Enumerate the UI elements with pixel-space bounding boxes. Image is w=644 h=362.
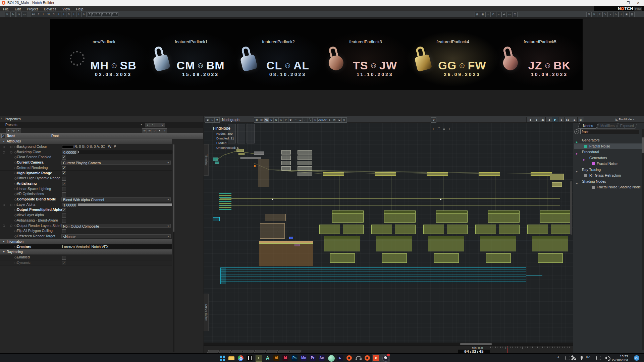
toolbar-icon[interactable]: ▦ bbox=[480, 12, 485, 17]
tab-exposed[interactable]: Exposed bbox=[616, 123, 637, 129]
keyframe-dot-icon[interactable] bbox=[14, 235, 17, 238]
graph-node[interactable] bbox=[330, 253, 355, 263]
graph-node[interactable] bbox=[281, 156, 291, 160]
cinema4d-taskbar-icon[interactable] bbox=[327, 354, 335, 362]
graph-node[interactable] bbox=[395, 225, 416, 234]
illustrator-taskbar-icon[interactable]: Ai bbox=[272, 354, 281, 362]
toolbar-icon[interactable]: ↶ bbox=[597, 12, 602, 17]
keyframe-dot-icon[interactable] bbox=[3, 225, 5, 227]
keyframe-dot-icon[interactable] bbox=[10, 225, 12, 227]
graph-node[interactable] bbox=[343, 225, 364, 234]
graph-node[interactable] bbox=[371, 225, 392, 234]
graph-node[interactable] bbox=[298, 156, 312, 160]
toolbar-icon[interactable]: ▭ bbox=[22, 12, 27, 17]
notch-a-taskbar-icon[interactable]: A bbox=[263, 354, 272, 362]
keyframe-dot-icon[interactable] bbox=[14, 151, 17, 154]
tree-item-fractal-noise-shading-node[interactable]: Fractal Noise Shading Node bbox=[574, 184, 642, 190]
toolbar-icon[interactable]: P bbox=[36, 12, 41, 17]
panel-button[interactable]: ♥ bbox=[157, 128, 162, 133]
playback-stepback-button[interactable]: ◀| bbox=[545, 117, 552, 123]
panel-button[interactable]: ? bbox=[162, 128, 167, 133]
prop-checkbox[interactable] bbox=[62, 229, 66, 233]
keyframe-dot-icon[interactable] bbox=[14, 262, 17, 264]
keyframe-dot-icon[interactable] bbox=[10, 151, 12, 154]
graph-node[interactable] bbox=[237, 124, 245, 143]
graph-node[interactable] bbox=[323, 172, 344, 176]
prop-checkbox[interactable] bbox=[62, 219, 66, 223]
toolbar-icon[interactable]: 0 bbox=[81, 12, 87, 17]
graph-node[interactable] bbox=[259, 241, 313, 266]
playback-fastfwd-button[interactable]: ▶▶ bbox=[565, 117, 571, 123]
presets-dropdown-arrow[interactable]: ▼ bbox=[140, 122, 143, 128]
graph-node[interactable] bbox=[486, 253, 511, 263]
tree-item-shading-nodes[interactable]: ▶Shading Nodes bbox=[574, 179, 642, 184]
toolbar-icon[interactable]: I bbox=[56, 12, 61, 17]
nodegraph-canvas[interactable]: FindNode Nodes: 409Disabled: 21Hidden: U… bbox=[204, 123, 573, 343]
graph-node[interactable] bbox=[531, 172, 552, 176]
keyframe-dot-icon[interactable] bbox=[3, 146, 5, 148]
section-header-information[interactable]: ▼Information bbox=[0, 239, 172, 244]
prop-number-input[interactable]: 1.00000 bbox=[62, 203, 78, 207]
graph-node[interactable] bbox=[298, 150, 312, 155]
graph-node[interactable] bbox=[215, 162, 219, 164]
graph-node[interactable] bbox=[428, 236, 464, 251]
maximize-button[interactable]: ❐ bbox=[623, 0, 633, 6]
graph-node[interactable] bbox=[423, 225, 444, 234]
toolbar-icon[interactable]: ▭ bbox=[507, 12, 512, 17]
tray-dropbox-icon[interactable] bbox=[573, 357, 575, 359]
prop-dropdown[interactable]: No - Output Composite▼ bbox=[61, 224, 171, 228]
toolbar-icon[interactable]: I bbox=[76, 12, 82, 17]
nodegraph-tab-title[interactable]: Nodegraph bbox=[222, 116, 239, 123]
toolbar-icon[interactable]: ▤ bbox=[475, 12, 480, 17]
tree-item-procedural[interactable]: ▶Procedural bbox=[574, 149, 642, 155]
filter-button[interactable]: × bbox=[16, 128, 21, 133]
prop-checkbox[interactable] bbox=[62, 256, 66, 260]
playback-rewind-button[interactable]: ◀◀ bbox=[539, 117, 546, 123]
panel-button[interactable]: ⊟ bbox=[147, 128, 152, 133]
settings-gear-icon[interactable]: ⚙ bbox=[431, 117, 436, 123]
toolbar-icon[interactable]: ⇄ bbox=[501, 12, 507, 17]
start-taskbar-icon[interactable] bbox=[218, 354, 227, 362]
graph-node[interactable] bbox=[219, 193, 231, 194]
keyframe-dot-icon[interactable] bbox=[10, 204, 12, 206]
prop-dropdown[interactable]: <None>▼ bbox=[61, 234, 171, 238]
keyframe-dot-icon[interactable] bbox=[14, 172, 17, 174]
toolbar-icon[interactable]: + bbox=[619, 12, 624, 17]
audio-app-taskbar-icon[interactable] bbox=[245, 354, 254, 362]
monitor-toggle-icon[interactable] bbox=[115, 12, 118, 16]
canvas-control-icon[interactable]: − bbox=[454, 127, 456, 131]
toolbar-icon[interactable]: I bbox=[61, 12, 66, 17]
prop-checkbox[interactable] bbox=[62, 177, 66, 181]
prop-checkbox[interactable] bbox=[62, 187, 66, 191]
tray-chevron-icon[interactable]: ∧ bbox=[557, 355, 559, 359]
grid-app-taskbar-icon[interactable] bbox=[254, 354, 263, 362]
file-explorer-taskbar-icon[interactable] bbox=[227, 354, 236, 362]
node-array-block[interactable] bbox=[220, 267, 526, 284]
graph-node[interactable] bbox=[228, 124, 236, 143]
graph-node[interactable] bbox=[480, 236, 516, 251]
tree-item-generators[interactable]: ▶Generators bbox=[574, 155, 642, 161]
prop-checkbox[interactable] bbox=[62, 192, 66, 196]
nodegraph-vscrollbar[interactable] bbox=[570, 181, 572, 235]
prop-checkbox[interactable]: ✓ bbox=[62, 171, 66, 175]
tray-network-display-icon[interactable] bbox=[596, 356, 601, 360]
graph-node[interactable] bbox=[382, 253, 407, 263]
toolbar-icon[interactable]: ⊙ bbox=[613, 12, 619, 17]
graph-node[interactable] bbox=[319, 225, 340, 234]
filter-button[interactable]: ◎ bbox=[11, 128, 16, 133]
graph-node[interactable] bbox=[540, 210, 572, 223]
resolume-taskbar-icon[interactable]: » bbox=[372, 354, 381, 362]
tab-nodes[interactable]: Nodes bbox=[578, 123, 598, 129]
prop-checkbox[interactable]: ✓ bbox=[62, 156, 66, 160]
section-header-attributes[interactable]: ▼Attributes bbox=[0, 139, 172, 144]
graph-node[interactable] bbox=[551, 225, 572, 234]
indesign-taskbar-icon[interactable]: Id bbox=[281, 354, 290, 362]
color-channel-button[interactable]: P bbox=[114, 144, 116, 149]
root-checkbox[interactable]: ✓ bbox=[1, 134, 5, 138]
graph-node[interactable] bbox=[219, 209, 231, 210]
playback-play-button[interactable]: ▶ bbox=[552, 117, 558, 123]
toolbar-icon[interactable]: = bbox=[608, 12, 613, 17]
toolbar-icon[interactable]: ⊡ bbox=[491, 12, 496, 17]
prop-slider[interactable] bbox=[78, 150, 172, 154]
graph-node[interactable] bbox=[384, 210, 416, 223]
